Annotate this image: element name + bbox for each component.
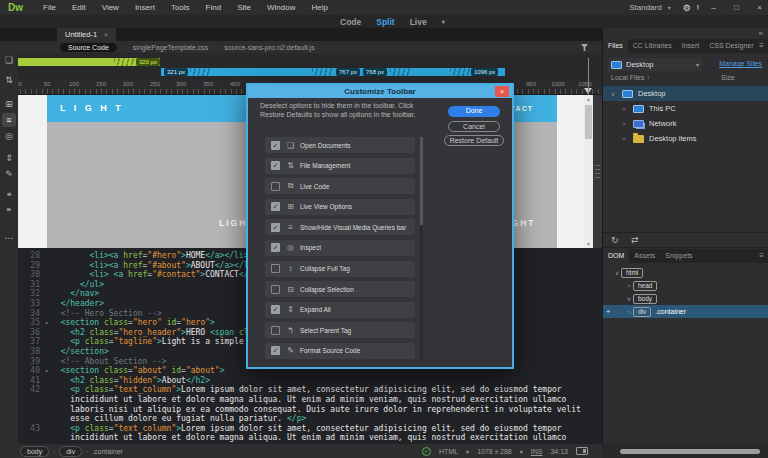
checkbox-checked[interactable]: ✓ (271, 305, 280, 314)
dom-tag-pill[interactable]: div (633, 307, 651, 317)
menu-help[interactable]: Help (303, 3, 335, 12)
files-panel-menu-icon[interactable]: ≡ (759, 39, 764, 53)
view-option-split[interactable]: Split (376, 17, 394, 27)
menu-tools[interactable]: Tools (163, 3, 198, 12)
file-sync-icon[interactable]: ⇄ (631, 235, 639, 245)
manage-sites-link[interactable]: Manage Sites (719, 60, 762, 67)
checkbox-checked[interactable]: ✓ (271, 346, 280, 355)
inspect-icon[interactable]: ◎ (2, 129, 16, 143)
apply-comment-icon[interactable]: ❝ (2, 189, 16, 203)
checkbox-checked[interactable]: ✓ (271, 161, 280, 170)
checkbox-checked[interactable]: ✓ (271, 243, 280, 252)
checkbox-checked[interactable]: ✓ (271, 141, 280, 150)
toolbar-option-inspect[interactable]: ✓◎Inspect (265, 240, 415, 256)
tab-dom[interactable]: DOM (603, 249, 629, 263)
document-tab[interactable]: Untitled-1 × (57, 28, 116, 41)
toolbar-option-file-management[interactable]: ✓⇅File Management (265, 158, 415, 174)
scrollbar-thumb[interactable] (585, 105, 592, 139)
file-tree-row[interactable]: >Network (603, 116, 768, 131)
checkbox-checked[interactable]: ✓ (271, 223, 280, 232)
file-tree-row[interactable]: ∨Desktop (603, 86, 768, 101)
toolbar-option-format-source-code[interactable]: ✓✎Format Source Code (265, 343, 415, 359)
toolbar-option-media-queries[interactable]: ✓≡Show/Hide Visual Media Queries bar (265, 219, 415, 235)
device-preview-icon[interactable] (576, 447, 588, 455)
chevron-collapsed-icon[interactable]: > (620, 121, 628, 127)
column-local-files[interactable]: Local Files ↑ (611, 74, 650, 81)
tab-close-icon[interactable]: × (104, 31, 108, 38)
dom-tree-row[interactable]: ∨html (603, 266, 768, 279)
dom-tag-pill[interactable]: html (621, 268, 643, 278)
tag-selector-body[interactable]: body (20, 446, 49, 457)
expand-all-icon[interactable]: ⇕ (2, 151, 16, 165)
related-file[interactable]: source-sans-pro:n2:default.js (224, 44, 314, 51)
restore-button[interactable]: □ (728, 3, 745, 12)
collapse-panels-icon[interactable]: » (759, 29, 763, 38)
chevron-collapsed-icon[interactable]: > (625, 283, 633, 289)
chevron-collapsed-icon[interactable]: > (620, 106, 628, 112)
view-option-code[interactable]: Code (340, 17, 361, 27)
chevron-expanded-icon[interactable]: ∨ (625, 295, 633, 302)
dom-tree-row[interactable]: >head (603, 279, 768, 292)
horizontal-scrollbar-thumb[interactable] (620, 449, 760, 454)
tab-insert[interactable]: Insert (677, 39, 705, 53)
add-element-icon[interactable]: + (603, 307, 613, 316)
dom-tree-row[interactable]: ∨body (603, 292, 768, 305)
column-size[interactable]: Size (721, 74, 735, 81)
source-code-button[interactable]: Source Code (60, 43, 117, 52)
done-button[interactable]: Done (448, 106, 500, 117)
live-view-options-icon[interactable]: ⊞ (2, 97, 16, 111)
file-tree-row[interactable]: >This PC (603, 101, 768, 116)
dom-tag-pill[interactable]: body (633, 294, 657, 304)
workspace-switcher[interactable]: Standard (629, 3, 661, 12)
tab-files[interactable]: Files (603, 39, 628, 53)
site-select[interactable]: Desktop ▾ (608, 58, 702, 71)
format-source-code-icon[interactable]: ✎ (2, 167, 16, 181)
tag-selector-div[interactable]: div (59, 446, 82, 457)
insert-mode-toggle[interactable]: INS (531, 448, 543, 455)
tab-assets[interactable]: Assets (629, 249, 660, 263)
remove-comment-icon[interactable]: ❞ (2, 205, 16, 219)
chevron-expanded-icon[interactable]: ∨ (613, 269, 621, 276)
tag-selector-container[interactable]: .container (92, 448, 123, 455)
file-management-icon[interactable]: ⇅ (2, 73, 16, 87)
menu-view[interactable]: View (94, 3, 127, 12)
scroll-down-icon[interactable]: ▼ (584, 241, 593, 247)
scroll-up-icon[interactable]: ▲ (584, 96, 593, 102)
view-option-live[interactable]: Live (410, 17, 427, 27)
tab-cc-libraries[interactable]: CC Libraries (628, 39, 677, 53)
dom-tag-pill[interactable]: head (633, 281, 657, 291)
menu-find[interactable]: Find (198, 3, 230, 12)
doc-language[interactable]: HTML (439, 448, 458, 455)
checkbox-unchecked[interactable] (271, 285, 280, 294)
more-tools-icon[interactable]: ⋯ (2, 231, 16, 245)
tab-snippets[interactable]: Snippets (660, 249, 697, 263)
toolbar-option-expand-all[interactable]: ✓⇕Expand All (265, 302, 415, 318)
refresh-icon[interactable]: ↻ (611, 235, 619, 245)
checkbox-unchecked[interactable] (271, 182, 280, 191)
checkbox-unchecked[interactable] (271, 326, 280, 335)
dom-tree-row[interactable]: +>div.container (603, 305, 768, 318)
fold-arrow-icon[interactable]: ▾ (42, 318, 51, 328)
toolbar-option-live-view-options[interactable]: ✓⊞Live View Options (265, 199, 415, 215)
chevron-down-icon[interactable]: ▾ (442, 18, 445, 25)
menu-edit[interactable]: Edit (64, 3, 94, 12)
live-view-scrollbar[interactable]: ▲ ▼ (584, 95, 593, 248)
toolbar-option-collapse-full-tag[interactable]: ↕Collapse Full Tag (265, 261, 415, 277)
minimize-button[interactable]: – (705, 3, 722, 12)
gear-icon[interactable]: ⚙ (683, 3, 691, 13)
window-size[interactable]: 1078 x 288 (477, 448, 512, 455)
open-documents-icon[interactable]: ❏ (2, 53, 16, 67)
media-queries-icon[interactable]: ≡ (2, 113, 16, 127)
dialog-close-button[interactable]: × (495, 86, 509, 97)
dialog-title[interactable]: Customize Toolbar (248, 85, 512, 98)
chevron-collapsed-icon[interactable]: > (625, 309, 633, 315)
toolbar-option-collapse-selection[interactable]: ⊟Collapse Selection (265, 281, 415, 297)
filter-icon[interactable] (581, 44, 588, 51)
chevron-expanded-icon[interactable]: ∨ (609, 90, 617, 97)
restore-default-button[interactable]: Restore Default (444, 135, 504, 146)
dom-panel-menu-icon[interactable]: ≡ (759, 249, 764, 263)
toolbar-option-live-code[interactable]: ⧉Live Code (265, 178, 415, 194)
menu-file[interactable]: File (35, 3, 64, 12)
live-view-resize-gutter[interactable] (593, 95, 602, 248)
cancel-button[interactable]: Cancel (448, 121, 500, 132)
